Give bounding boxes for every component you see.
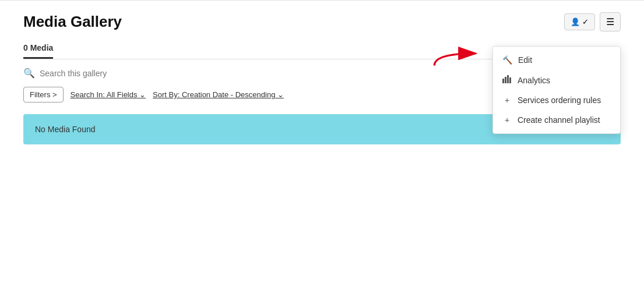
arrow-icon — [430, 43, 488, 72]
header-actions: 👤 ✓ ☰ — [564, 12, 621, 31]
dropdown-item-create-playlist[interactable]: + Create channel playlist — [493, 110, 620, 130]
hamburger-icon: ☰ — [606, 16, 614, 27]
page-header: Media Gallery 👤 ✓ ☰ — [23, 12, 621, 31]
analytics-label: Analytics — [518, 76, 550, 85]
wrench-icon: 🔨 — [502, 55, 512, 65]
arrow-container — [430, 43, 488, 74]
menu-button[interactable]: ☰ — [600, 12, 621, 31]
page-title: Media Gallery — [23, 13, 122, 31]
dropdown-item-edit[interactable]: 🔨 Edit — [493, 50, 620, 70]
search-in-chevron: ⌄ — [139, 90, 146, 99]
sort-by-label: Sort By: Creation Date - Descending — [153, 90, 275, 99]
svg-rect-17 — [509, 77, 511, 83]
dropdown-item-services-ordering[interactable]: + Services ordering rules — [493, 90, 620, 110]
plus-icon-services: + — [502, 96, 512, 105]
svg-rect-16 — [507, 75, 509, 83]
plus-icon-playlist: + — [502, 115, 512, 125]
bar-chart-icon — [502, 75, 512, 85]
services-ordering-label: Services ordering rules — [518, 96, 601, 105]
search-icon: 🔍 — [23, 68, 35, 79]
avatar-button[interactable]: 👤 ✓ — [564, 13, 595, 30]
sort-chevron: ⌄ — [277, 90, 284, 99]
create-playlist-label: Create channel playlist — [518, 115, 600, 125]
search-input[interactable] — [40, 69, 214, 78]
sort-by-select[interactable]: Sort By: Creation Date - Descending ⌄ — [153, 90, 284, 99]
search-in-select[interactable]: Search In: All Fields ⌄ — [71, 90, 146, 99]
dropdown-menu: 🔨 Edit Analytics + Services ordering rul… — [492, 46, 621, 134]
tab-0-media[interactable]: 0 Media — [23, 38, 53, 59]
filters-button[interactable]: Filters > — [23, 87, 64, 102]
dropdown-item-analytics[interactable]: Analytics — [493, 70, 620, 90]
search-in-label: Search In: All Fields — [71, 90, 138, 99]
svg-rect-15 — [505, 77, 506, 83]
avatar-check: ✓ — [582, 17, 589, 26]
svg-rect-14 — [502, 79, 504, 83]
edit-label: Edit — [518, 55, 532, 65]
no-media-text: No Media Found — [35, 125, 96, 134]
person-icon: 👤 — [571, 17, 580, 26]
